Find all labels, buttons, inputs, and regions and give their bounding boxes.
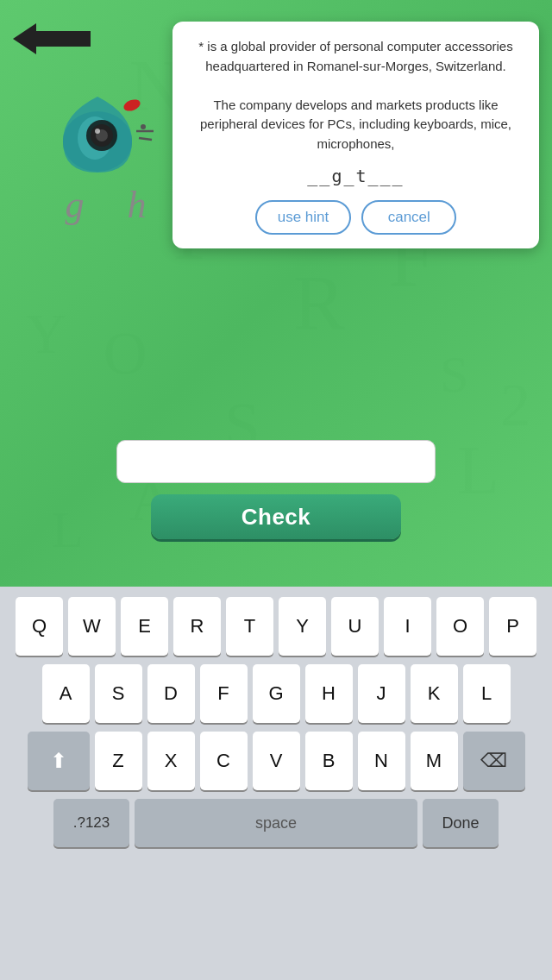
numbers-key[interactable]: .?123: [53, 799, 129, 847]
key-j[interactable]: J: [358, 664, 405, 723]
key-e[interactable]: E: [121, 597, 168, 656]
svg-marker-0: [13, 23, 91, 54]
letter-g: g: [66, 183, 85, 227]
key-x[interactable]: X: [147, 732, 195, 790]
key-n[interactable]: N: [358, 732, 405, 790]
check-button-wrap: Check: [151, 494, 401, 539]
hint-pattern: __g_t___: [186, 166, 525, 186]
logo-area: g h: [26, 78, 185, 229]
answer-input[interactable]: [116, 440, 436, 483]
key-i[interactable]: I: [384, 597, 431, 656]
key-f[interactable]: F: [200, 664, 248, 723]
key-b[interactable]: B: [305, 732, 353, 790]
hint-description: * is a global provider of personal compu…: [186, 37, 525, 154]
key-s[interactable]: S: [95, 664, 142, 723]
key-u[interactable]: U: [331, 597, 379, 656]
key-r[interactable]: R: [173, 597, 221, 656]
shift-icon: ⬆: [50, 749, 67, 773]
key-k[interactable]: K: [411, 664, 458, 723]
svg-point-8: [141, 124, 146, 129]
back-button[interactable]: [13, 17, 99, 60]
hint-letters: g h: [66, 183, 147, 227]
keyboard: Q W E R T Y U I O P A S D F G H J K L ⬆ …: [0, 587, 552, 980]
key-z[interactable]: Z: [95, 732, 142, 790]
svg-line-10: [139, 138, 152, 140]
check-button[interactable]: Check: [151, 494, 401, 539]
game-area: P R O F E S S I O N A L L Y 2: [0, 0, 552, 587]
keyboard-row-4: .?123 space Done: [0, 799, 552, 847]
keyboard-row-3: ⬆ Z X C V B N M ⌫: [0, 732, 552, 790]
space-key[interactable]: space: [135, 799, 417, 847]
backspace-key[interactable]: ⌫: [463, 732, 525, 790]
answer-input-area: [116, 440, 436, 483]
key-g[interactable]: G: [253, 664, 300, 723]
key-v[interactable]: V: [253, 732, 300, 790]
key-h[interactable]: H: [305, 664, 353, 723]
hint-dialog-buttons: use hint cancel: [186, 200, 525, 235]
key-l[interactable]: L: [463, 664, 511, 723]
done-key[interactable]: Done: [423, 799, 499, 847]
key-p[interactable]: P: [489, 597, 536, 656]
key-y[interactable]: Y: [279, 597, 326, 656]
keyboard-row-2: A S D F G H J K L: [0, 664, 552, 723]
svg-point-7: [122, 97, 141, 113]
key-o[interactable]: O: [436, 597, 484, 656]
key-m[interactable]: M: [411, 732, 458, 790]
key-t[interactable]: T: [226, 597, 273, 656]
key-a[interactable]: A: [42, 664, 90, 723]
hint-dialog: * is a global provider of personal compu…: [172, 22, 539, 248]
key-w[interactable]: W: [68, 597, 116, 656]
shift-key[interactable]: ⬆: [28, 732, 90, 790]
letter-h: h: [128, 183, 147, 227]
svg-point-6: [95, 129, 100, 134]
keyboard-row-1: Q W E R T Y U I O P: [0, 597, 552, 656]
backspace-icon: ⌫: [480, 750, 507, 772]
cancel-button[interactable]: cancel: [361, 200, 456, 235]
key-d[interactable]: D: [147, 664, 195, 723]
use-hint-button[interactable]: use hint: [255, 200, 352, 235]
brand-logo: [50, 79, 162, 179]
key-q[interactable]: Q: [16, 597, 63, 656]
key-c[interactable]: C: [200, 732, 248, 790]
